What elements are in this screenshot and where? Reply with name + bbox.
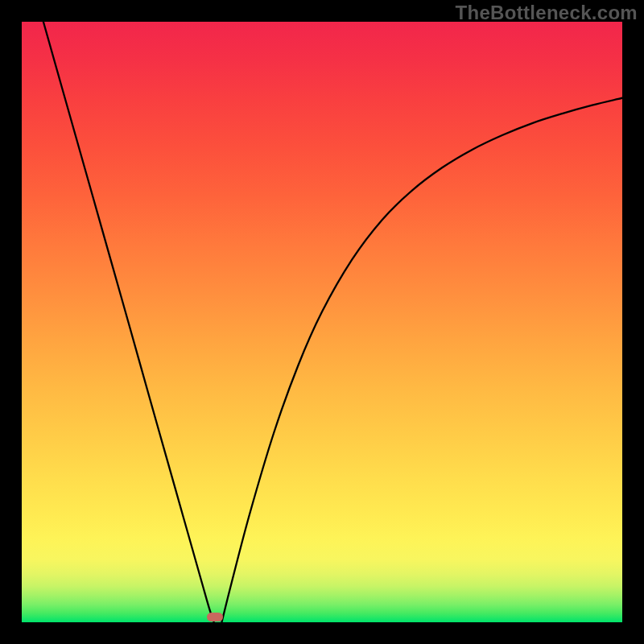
curve-right-branch (221, 98, 622, 622)
curve-left-branch (43, 22, 214, 622)
curve-svg (22, 22, 622, 622)
minimum-marker (207, 613, 223, 621)
plot-area (22, 22, 622, 622)
watermark-text: TheBottleneck.com (456, 2, 638, 24)
chart-frame: TheBottleneck.com (0, 0, 644, 644)
